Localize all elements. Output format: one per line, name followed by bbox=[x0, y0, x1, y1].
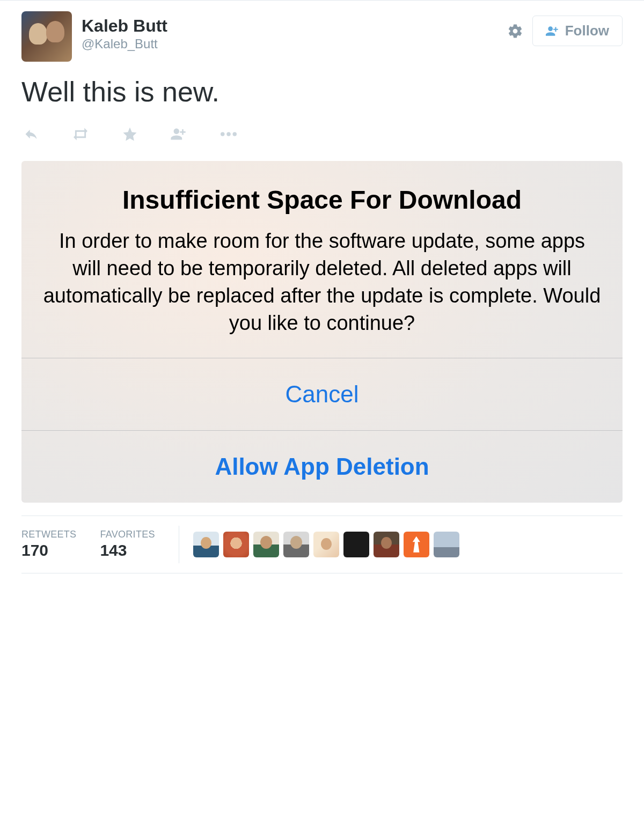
retweet-button[interactable] bbox=[71, 124, 90, 144]
tweet-header: Kaleb Butt @Kaleb_Butt Follow bbox=[0, 1, 644, 62]
star-icon bbox=[121, 126, 138, 142]
favorites-count: 143 bbox=[100, 541, 155, 560]
dialog-title: Insufficient Space For Download bbox=[41, 185, 603, 216]
dialog-allow-button: Allow App Deletion bbox=[21, 430, 623, 503]
user-avatar[interactable] bbox=[253, 532, 279, 557]
user-avatar[interactable] bbox=[404, 532, 429, 557]
reply-icon bbox=[23, 127, 40, 142]
display-name[interactable]: Kaleb Butt bbox=[82, 17, 504, 35]
favoriter-avatars bbox=[193, 532, 459, 557]
gear-icon bbox=[507, 23, 523, 39]
favorites-label: FAVORITES bbox=[100, 529, 155, 540]
user-avatar[interactable] bbox=[223, 532, 249, 557]
user-avatar[interactable] bbox=[193, 532, 219, 557]
favorites-stat[interactable]: FAVORITES 143 bbox=[100, 529, 155, 560]
header-actions: Follow bbox=[504, 11, 623, 46]
svg-point-2 bbox=[233, 132, 237, 136]
dialog-cancel-button: Cancel bbox=[21, 358, 623, 430]
reply-button[interactable] bbox=[21, 124, 41, 144]
tweet-media[interactable]: Insufficient Space For Download In order… bbox=[21, 161, 623, 503]
follow-label: Follow bbox=[565, 23, 609, 39]
share-user-button[interactable] bbox=[170, 124, 189, 144]
tweet-card: Kaleb Butt @Kaleb_Butt Follow Well this … bbox=[0, 0, 644, 573]
tweet-actions-row bbox=[0, 119, 644, 161]
favorite-button[interactable] bbox=[120, 124, 140, 144]
tweet-text: Well this is new. bbox=[0, 62, 644, 119]
username[interactable]: @Kaleb_Butt bbox=[82, 36, 504, 51]
retweets-count: 170 bbox=[21, 541, 76, 560]
svg-point-0 bbox=[221, 132, 225, 136]
svg-point-1 bbox=[226, 132, 231, 136]
avatar[interactable] bbox=[21, 11, 72, 62]
more-button[interactable] bbox=[219, 124, 238, 144]
retweets-label: RETWEETS bbox=[21, 529, 76, 540]
add-user-icon bbox=[170, 127, 188, 141]
ios-dialog: Insufficient Space For Download In order… bbox=[21, 161, 623, 358]
user-avatar[interactable] bbox=[313, 532, 339, 557]
retweet-icon bbox=[71, 127, 90, 141]
user-avatar[interactable] bbox=[434, 532, 459, 557]
retweets-stat[interactable]: RETWEETS 170 bbox=[21, 529, 76, 560]
follow-button[interactable]: Follow bbox=[532, 16, 623, 46]
user-avatar[interactable] bbox=[283, 532, 309, 557]
ellipsis-icon bbox=[221, 132, 237, 136]
settings-button[interactable] bbox=[504, 20, 526, 42]
tweet-stats-bar: RETWEETS 170 FAVORITES 143 bbox=[21, 516, 623, 573]
user-info: Kaleb Butt @Kaleb_Butt bbox=[82, 11, 504, 51]
user-avatar[interactable] bbox=[343, 532, 369, 557]
add-user-icon bbox=[546, 25, 560, 37]
user-avatar[interactable] bbox=[374, 532, 399, 557]
dialog-message: In order to make room for the software u… bbox=[41, 227, 603, 337]
stats-divider bbox=[179, 526, 179, 563]
